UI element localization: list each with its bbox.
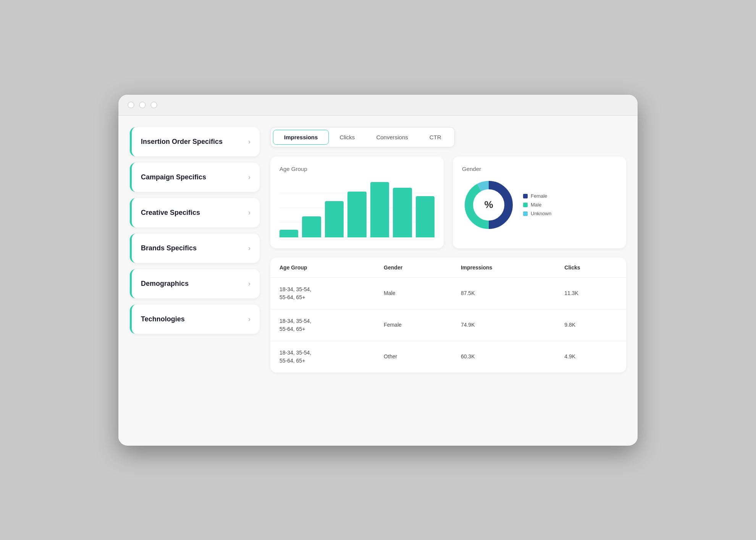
sidebar-item-label-demographics: Demographics <box>141 280 189 288</box>
bar-2 <box>302 216 321 237</box>
legend-label-male: Male <box>531 202 541 208</box>
legend-dot-female <box>523 194 528 198</box>
data-table: Age Group Gender Impressions Clicks 18-3… <box>270 258 626 372</box>
main-panel: Impressions Clicks Conversions CTR Age G… <box>270 127 626 432</box>
col-gender: Gender <box>375 258 452 278</box>
bar-5 <box>370 182 389 237</box>
titlebar <box>118 95 638 116</box>
sidebar-item-label-creative: Creative Specifics <box>141 209 200 217</box>
table-row: 18-34, 35-54,55-64, 65+ Male 87.5K 11.3K <box>270 277 626 309</box>
table-row: 18-34, 35-54,55-64, 65+ Other 60.3K 4.9K <box>270 341 626 372</box>
cell-gender-2: Female <box>375 309 452 341</box>
legend-male: Male <box>523 202 551 208</box>
cell-impressions-3: 60.3K <box>452 341 555 372</box>
sidebar-item-insertion-order[interactable]: Insertion Order Specifics › <box>130 127 260 156</box>
gender-chart-title: Gender <box>462 166 617 172</box>
browser-window: Insertion Order Specifics › Campaign Spe… <box>118 95 638 446</box>
table-row: 18-34, 35-54,55-64, 65+ Female 74.9K 9.8… <box>270 309 626 341</box>
bar-1 <box>279 230 298 237</box>
sidebar-item-label-campaign: Campaign Specifics <box>141 173 206 181</box>
browser-content: Insertion Order Specifics › Campaign Spe… <box>118 116 638 444</box>
cell-clicks-2: 9.8K <box>555 309 626 341</box>
chevron-right-icon-demographics: › <box>248 280 250 288</box>
tabs-bar: Impressions Clicks Conversions CTR <box>270 127 455 147</box>
sidebar-item-technologies[interactable]: Technologies › <box>130 305 260 334</box>
charts-row: Age Group Gender <box>270 156 626 248</box>
cell-age-2: 18-34, 35-54,55-64, 65+ <box>270 309 375 341</box>
traffic-light-maximize[interactable] <box>150 102 157 108</box>
tab-clicks[interactable]: Clicks <box>329 130 365 145</box>
sidebar-item-brands[interactable]: Brands Specifics › <box>130 234 260 263</box>
sidebar-item-label-technologies: Technologies <box>141 315 185 323</box>
gender-legend: Female Male Unknown <box>523 193 551 216</box>
sidebar: Insertion Order Specifics › Campaign Spe… <box>130 127 260 432</box>
svg-text:%: % <box>484 199 493 210</box>
gender-chart-card: Gender % <box>453 156 626 248</box>
data-table-card: Age Group Gender Impressions Clicks 18-3… <box>270 258 626 372</box>
cell-gender-3: Other <box>375 341 452 372</box>
cell-gender-1: Male <box>375 277 452 309</box>
sidebar-item-demographics[interactable]: Demographics › <box>130 269 260 298</box>
tab-conversions[interactable]: Conversions <box>365 130 418 145</box>
donut-container: % Female Male <box>462 178 617 232</box>
table-header-row: Age Group Gender Impressions Clicks <box>270 258 626 278</box>
chevron-right-icon-creative: › <box>248 209 250 217</box>
legend-label-unknown: Unknown <box>531 211 551 216</box>
col-clicks: Clicks <box>555 258 626 278</box>
donut-wrap: % <box>462 178 515 232</box>
sidebar-item-campaign[interactable]: Campaign Specifics › <box>130 163 260 192</box>
cell-clicks-1: 11.3K <box>555 277 626 309</box>
bar-3 <box>325 201 344 237</box>
age-group-chart-card: Age Group <box>270 156 444 248</box>
chevron-right-icon-brands: › <box>248 244 250 252</box>
sidebar-item-label-insertion-order: Insertion Order Specifics <box>141 138 223 146</box>
legend-label-female: Female <box>531 193 547 199</box>
cell-clicks-3: 4.9K <box>555 341 626 372</box>
legend-dot-male <box>523 203 528 207</box>
sidebar-item-creative[interactable]: Creative Specifics › <box>130 198 260 227</box>
chevron-right-icon-campaign: › <box>248 173 250 181</box>
cell-impressions-2: 74.9K <box>452 309 555 341</box>
bar-4 <box>347 192 366 237</box>
bar-chart <box>279 178 435 239</box>
legend-female: Female <box>523 193 551 199</box>
tab-impressions[interactable]: Impressions <box>273 130 329 145</box>
cell-age-1: 18-34, 35-54,55-64, 65+ <box>270 277 375 309</box>
sidebar-item-label-brands: Brands Specifics <box>141 244 197 252</box>
tab-ctr[interactable]: CTR <box>419 130 452 145</box>
bar-7 <box>416 196 435 237</box>
age-group-chart-title: Age Group <box>279 166 435 172</box>
cell-age-3: 18-34, 35-54,55-64, 65+ <box>270 341 375 372</box>
traffic-light-close[interactable] <box>128 102 134 108</box>
col-age-group: Age Group <box>270 258 375 278</box>
donut-svg: % <box>462 178 515 232</box>
bar-6 <box>393 188 412 237</box>
legend-unknown: Unknown <box>523 211 551 216</box>
traffic-light-minimize[interactable] <box>139 102 146 108</box>
legend-dot-unknown <box>523 211 528 216</box>
col-impressions: Impressions <box>452 258 555 278</box>
chevron-right-icon-insertion-order: › <box>248 138 250 146</box>
chevron-right-icon-technologies: › <box>248 315 250 323</box>
cell-impressions-1: 87.5K <box>452 277 555 309</box>
